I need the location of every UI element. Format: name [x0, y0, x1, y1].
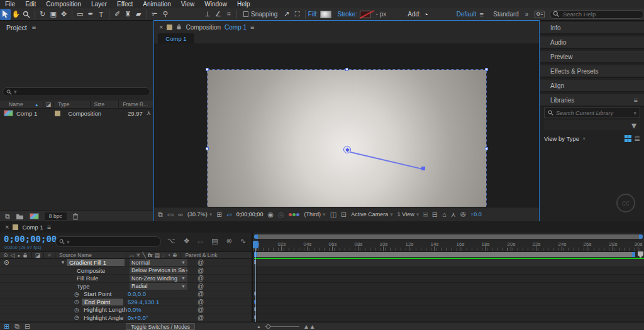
- brush-tool-icon[interactable]: ✐: [112, 9, 123, 20]
- local-axis-mode-icon[interactable]: ⟂: [203, 9, 213, 20]
- property-label[interactable]: Composite: [77, 267, 105, 274]
- menu-effect[interactable]: Effect: [112, 1, 138, 8]
- exposure-reset-icon[interactable]: ✇: [460, 211, 466, 218]
- composition-canvas[interactable]: [208, 70, 486, 228]
- magnification-dropdown[interactable]: (30.7%)▾: [187, 211, 212, 217]
- type-dropdown[interactable]: Radial▼: [130, 283, 187, 290]
- draft-3d-icon[interactable]: ❖: [184, 237, 190, 245]
- source-name-column[interactable]: Source Name: [59, 252, 92, 258]
- roto-brush-tool-icon[interactable]: ✃: [150, 9, 160, 20]
- menu-composition[interactable]: Composition: [41, 1, 86, 8]
- clone-stamp-tool-icon[interactable]: ♜: [123, 9, 133, 20]
- property-row-start-point[interactable]: ◷ Start Point 0.0,0.0 @: [0, 290, 252, 299]
- search-dropdown-icon[interactable]: ▾: [67, 239, 70, 245]
- composition-tab[interactable]: Comp 1: [158, 33, 194, 43]
- trash-icon[interactable]: [72, 213, 79, 220]
- property-value[interactable]: 0.0,0.0: [128, 290, 146, 297]
- panel-tab-info[interactable]: Info: [540, 22, 644, 35]
- property-value[interactable]: 0.0%: [128, 306, 142, 313]
- zoom-out-mountain-icon[interactable]: ▲: [257, 324, 261, 329]
- disclosure-icon[interactable]: ▼: [60, 260, 65, 265]
- pixel-aspect-icon[interactable]: ⊟: [432, 211, 438, 218]
- time-ruler[interactable]: 0s 02s 04s 06s 08s 10s 12s 14s 16s 18s 2…: [253, 241, 644, 251]
- hand-tool-icon[interactable]: ✋: [11, 9, 21, 20]
- property-value[interactable]: 0x+0.0°: [128, 314, 148, 321]
- project-search[interactable]: ▾: [3, 87, 150, 96]
- zoom-in-mountain-icon[interactable]: ▲▲: [303, 323, 316, 330]
- goggles-icon[interactable]: ⌸: [423, 211, 428, 218]
- comp-marker-button[interactable]: [638, 251, 643, 258]
- close-icon[interactable]: ×: [5, 224, 9, 231]
- list-view-icon[interactable]: ≣: [634, 135, 640, 142]
- graph-editor-icon[interactable]: ∿: [240, 237, 246, 245]
- playhead-handle[interactable]: [253, 241, 258, 248]
- selection-handle[interactable]: [485, 68, 488, 71]
- comp-flowchart-icon[interactable]: ⋏: [451, 211, 456, 218]
- layer-name[interactable]: Gradient Fill 1: [67, 259, 125, 266]
- pickwhip-icon[interactable]: @: [197, 290, 204, 297]
- layer-track[interactable]: [253, 259, 644, 267]
- gradient-start-point-handle[interactable]: [343, 146, 351, 153]
- eye-icon[interactable]: ⊙: [4, 260, 9, 266]
- zoom-tool-icon[interactable]: [21, 9, 32, 20]
- close-icon[interactable]: ×: [159, 24, 163, 31]
- work-area-bar[interactable]: [254, 252, 635, 257]
- grid-guides-icon[interactable]: ⊞: [216, 211, 222, 218]
- bpc-button[interactable]: 8 bpc: [45, 212, 67, 220]
- grid-view-icon[interactable]: [625, 135, 631, 142]
- stopwatch-icon[interactable]: ◷: [74, 291, 79, 297]
- parent-link-column[interactable]: Parent & Link: [185, 252, 217, 258]
- property-label[interactable]: End Point: [82, 299, 123, 305]
- rotation-tool-icon[interactable]: ↻: [37, 9, 48, 20]
- menu-layer[interactable]: Layer: [86, 1, 112, 8]
- fill-label[interactable]: Fill:: [308, 11, 318, 18]
- pen-tool-icon[interactable]: ✒: [86, 9, 96, 20]
- toggle-switches-modes-button[interactable]: Toggle Switches / Modes: [126, 323, 195, 330]
- panel-tab-align[interactable]: Align: [540, 80, 644, 92]
- stopwatch-icon[interactable]: ◷: [74, 299, 79, 305]
- label-column-icon[interactable]: ◪: [46, 102, 52, 107]
- property-label[interactable]: Highlight Length: [84, 306, 127, 313]
- property-row-end-point[interactable]: ◷ End Point 529.4,130.1 @: [0, 299, 252, 307]
- property-row-type[interactable]: Type Radial▼ @: [0, 283, 252, 291]
- help-search-input[interactable]: [550, 10, 644, 19]
- stroke-label[interactable]: Stroke:: [338, 11, 358, 18]
- menu-animation[interactable]: Animation: [138, 1, 175, 8]
- motion-blur-icon[interactable]: ⊚: [226, 237, 232, 245]
- project-item-row[interactable]: Comp 1 Composition 29.97 ⋏: [0, 109, 153, 118]
- show-snapshot-icon[interactable]: ◎: [278, 211, 284, 218]
- eraser-tool-icon[interactable]: ▰: [133, 9, 144, 20]
- panel-menu-icon[interactable]: ≡: [32, 24, 36, 31]
- panel-menu-icon[interactable]: ≡: [634, 97, 638, 104]
- camera-dropdown[interactable]: Active Camera▾: [351, 211, 393, 217]
- add-shape-icon[interactable]: ◔: [421, 9, 431, 20]
- composition-viewer[interactable]: [154, 43, 539, 207]
- timeline-tab-label[interactable]: Comp 1: [22, 224, 43, 231]
- view-axis-mode-icon[interactable]: ⌗: [223, 9, 234, 20]
- stopwatch-icon[interactable]: ◷: [74, 314, 79, 321]
- snap-arrow-icon[interactable]: ↗: [281, 9, 292, 20]
- timeline-button-icon[interactable]: ⌂: [442, 211, 447, 218]
- channel-settings-icon[interactable]: ∞: [178, 211, 183, 218]
- interpret-footage-icon[interactable]: ⧉: [5, 213, 10, 220]
- timeline-tracks[interactable]: I I I I I: [253, 259, 644, 322]
- type-tool-icon[interactable]: T: [96, 9, 106, 20]
- comp-mini-flowchart-icon[interactable]: ⌥: [167, 237, 175, 245]
- selection-handle[interactable]: [206, 147, 209, 150]
- blend-mode-dropdown[interactable]: Normal▼: [130, 259, 187, 266]
- property-value[interactable]: 529.4,130.1: [128, 299, 159, 305]
- new-composition-icon[interactable]: [30, 213, 39, 219]
- shy-layers-icon[interactable]: ⌓: [198, 237, 204, 245]
- property-row-highlight-length[interactable]: ◷ Highlight Length 0.0% @: [0, 306, 252, 314]
- column-name[interactable]: Name: [9, 101, 23, 107]
- pickwhip-icon[interactable]: @: [197, 275, 204, 282]
- sort-asc-icon[interactable]: ▲: [35, 102, 39, 107]
- current-timecode[interactable]: 0;00;00;00: [4, 234, 57, 244]
- work-area-end-handle[interactable]: [632, 252, 635, 257]
- world-axis-mode-icon[interactable]: ∠: [213, 9, 224, 20]
- pickwhip-icon[interactable]: @: [197, 306, 204, 313]
- project-tab-label[interactable]: Project: [6, 24, 27, 31]
- flowchart-icon[interactable]: ⋏: [147, 110, 151, 116]
- column-type[interactable]: Type: [58, 101, 69, 107]
- workspace-standard[interactable]: Standard: [493, 11, 519, 18]
